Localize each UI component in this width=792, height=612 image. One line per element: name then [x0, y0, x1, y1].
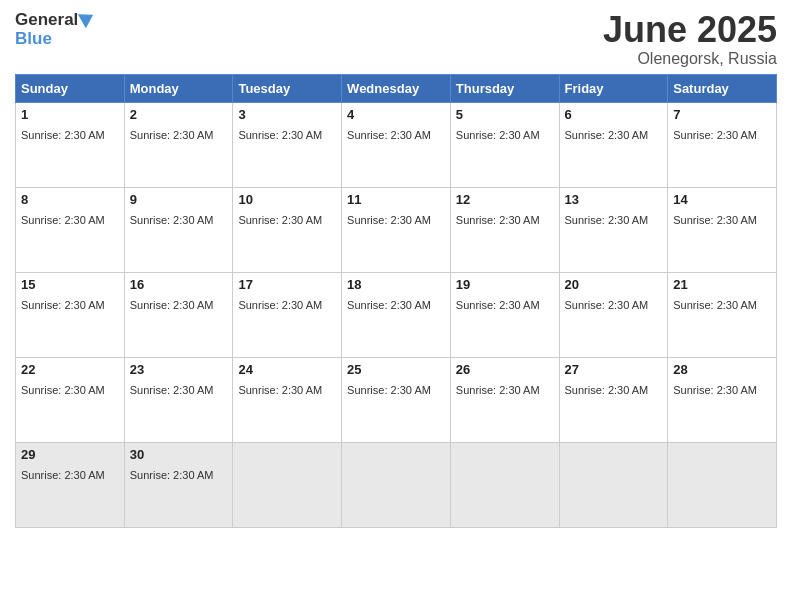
calendar-cell: 8Sunrise: 2:30 AM — [16, 187, 125, 272]
calendar-table: Sunday Monday Tuesday Wednesday Thursday… — [15, 74, 777, 528]
calendar-cell: 29Sunrise: 2:30 AM — [16, 442, 125, 527]
day-info: Sunrise: 2:30 AM — [21, 129, 105, 141]
page: General Blue June 2025 Olenegorsk, Russi… — [0, 0, 792, 612]
day-info: Sunrise: 2:30 AM — [347, 214, 431, 226]
calendar-cell: 25Sunrise: 2:30 AM — [342, 357, 451, 442]
day-number: 21 — [673, 277, 771, 292]
calendar-cell: 11Sunrise: 2:30 AM — [342, 187, 451, 272]
calendar-cell: 9Sunrise: 2:30 AM — [124, 187, 233, 272]
day-number: 18 — [347, 277, 445, 292]
day-number: 27 — [565, 362, 663, 377]
day-number: 26 — [456, 362, 554, 377]
day-info: Sunrise: 2:30 AM — [673, 129, 757, 141]
day-info: Sunrise: 2:30 AM — [238, 384, 322, 396]
day-info: Sunrise: 2:30 AM — [565, 299, 649, 311]
day-info: Sunrise: 2:30 AM — [21, 299, 105, 311]
day-info: Sunrise: 2:30 AM — [21, 384, 105, 396]
day-info: Sunrise: 2:30 AM — [456, 384, 540, 396]
day-info: Sunrise: 2:30 AM — [130, 299, 214, 311]
calendar-cell — [450, 442, 559, 527]
calendar-cell: 6Sunrise: 2:30 AM — [559, 102, 668, 187]
col-wednesday: Wednesday — [342, 74, 451, 102]
calendar-cell — [668, 442, 777, 527]
day-number: 28 — [673, 362, 771, 377]
col-friday: Friday — [559, 74, 668, 102]
calendar-cell: 2Sunrise: 2:30 AM — [124, 102, 233, 187]
day-number: 2 — [130, 107, 228, 122]
logo-arrow-icon — [78, 8, 97, 28]
day-number: 9 — [130, 192, 228, 207]
calendar-cell: 7Sunrise: 2:30 AM — [668, 102, 777, 187]
day-number: 15 — [21, 277, 119, 292]
day-info: Sunrise: 2:30 AM — [347, 299, 431, 311]
day-info: Sunrise: 2:30 AM — [347, 384, 431, 396]
calendar-header: Sunday Monday Tuesday Wednesday Thursday… — [16, 74, 777, 102]
calendar-cell: 26Sunrise: 2:30 AM — [450, 357, 559, 442]
day-info: Sunrise: 2:30 AM — [238, 129, 322, 141]
calendar-cell: 21Sunrise: 2:30 AM — [668, 272, 777, 357]
day-number: 22 — [21, 362, 119, 377]
day-number: 8 — [21, 192, 119, 207]
calendar-cell: 30Sunrise: 2:30 AM — [124, 442, 233, 527]
day-info: Sunrise: 2:30 AM — [130, 384, 214, 396]
day-number: 20 — [565, 277, 663, 292]
calendar-cell: 4Sunrise: 2:30 AM — [342, 102, 451, 187]
day-number: 17 — [238, 277, 336, 292]
calendar-cell: 5Sunrise: 2:30 AM — [450, 102, 559, 187]
day-number: 14 — [673, 192, 771, 207]
calendar-cell — [233, 442, 342, 527]
logo-blue-text: Blue — [15, 30, 52, 47]
day-number: 6 — [565, 107, 663, 122]
day-info: Sunrise: 2:30 AM — [238, 214, 322, 226]
day-info: Sunrise: 2:30 AM — [130, 469, 214, 481]
calendar-cell: 20Sunrise: 2:30 AM — [559, 272, 668, 357]
day-info: Sunrise: 2:30 AM — [673, 384, 757, 396]
day-number: 11 — [347, 192, 445, 207]
day-info: Sunrise: 2:30 AM — [238, 299, 322, 311]
day-number: 4 — [347, 107, 445, 122]
day-info: Sunrise: 2:30 AM — [456, 299, 540, 311]
calendar-cell: 16Sunrise: 2:30 AM — [124, 272, 233, 357]
day-number: 29 — [21, 447, 119, 462]
day-info: Sunrise: 2:30 AM — [565, 129, 649, 141]
day-info: Sunrise: 2:30 AM — [673, 299, 757, 311]
day-number: 19 — [456, 277, 554, 292]
calendar-cell: 1Sunrise: 2:30 AM — [16, 102, 125, 187]
logo-general-text: General — [15, 10, 78, 30]
day-number: 5 — [456, 107, 554, 122]
col-sunday: Sunday — [16, 74, 125, 102]
calendar-cell: 19Sunrise: 2:30 AM — [450, 272, 559, 357]
day-number: 24 — [238, 362, 336, 377]
day-number: 30 — [130, 447, 228, 462]
calendar-cell — [559, 442, 668, 527]
logo: General Blue — [15, 10, 94, 47]
calendar-cell: 3Sunrise: 2:30 AM — [233, 102, 342, 187]
day-number: 13 — [565, 192, 663, 207]
day-info: Sunrise: 2:30 AM — [21, 214, 105, 226]
day-info: Sunrise: 2:30 AM — [456, 214, 540, 226]
day-number: 10 — [238, 192, 336, 207]
calendar-cell: 15Sunrise: 2:30 AM — [16, 272, 125, 357]
col-saturday: Saturday — [668, 74, 777, 102]
day-info: Sunrise: 2:30 AM — [21, 469, 105, 481]
calendar-cell: 14Sunrise: 2:30 AM — [668, 187, 777, 272]
calendar-location: Olenegorsk, Russia — [603, 50, 777, 68]
day-info: Sunrise: 2:30 AM — [347, 129, 431, 141]
day-number: 7 — [673, 107, 771, 122]
day-info: Sunrise: 2:30 AM — [565, 214, 649, 226]
calendar-cell: 10Sunrise: 2:30 AM — [233, 187, 342, 272]
calendar-week-row: 29Sunrise: 2:30 AM30Sunrise: 2:30 AM — [16, 442, 777, 527]
calendar-cell: 24Sunrise: 2:30 AM — [233, 357, 342, 442]
calendar-cell: 27Sunrise: 2:30 AM — [559, 357, 668, 442]
calendar-cell: 13Sunrise: 2:30 AM — [559, 187, 668, 272]
calendar-week-row: 15Sunrise: 2:30 AM16Sunrise: 2:30 AM17Su… — [16, 272, 777, 357]
calendar-header-row: Sunday Monday Tuesday Wednesday Thursday… — [16, 74, 777, 102]
calendar-cell: 28Sunrise: 2:30 AM — [668, 357, 777, 442]
col-thursday: Thursday — [450, 74, 559, 102]
col-monday: Monday — [124, 74, 233, 102]
calendar-cell: 17Sunrise: 2:30 AM — [233, 272, 342, 357]
col-tuesday: Tuesday — [233, 74, 342, 102]
day-number: 3 — [238, 107, 336, 122]
day-info: Sunrise: 2:30 AM — [130, 214, 214, 226]
title-block: June 2025 Olenegorsk, Russia — [603, 10, 777, 68]
